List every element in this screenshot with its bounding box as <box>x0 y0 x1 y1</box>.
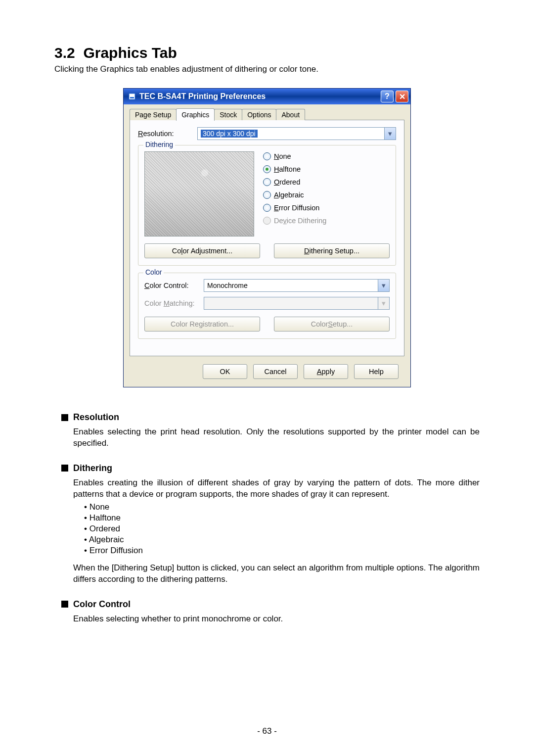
chevron-down-icon[interactable]: ▾ <box>378 279 390 292</box>
dithering-text: Enables creating the illusion of differe… <box>73 477 480 500</box>
dithering-bullet: • Error Diffusion <box>84 546 480 556</box>
svg-rect-0 <box>129 94 135 99</box>
square-bullet-icon <box>61 465 68 472</box>
tab-stock[interactable]: Stock <box>214 109 242 120</box>
resolution-select[interactable]: 300 dpi x 300 dpi ▾ <box>197 127 396 140</box>
section-intro: Clicking the Graphics tab enables adjust… <box>54 64 480 74</box>
svg-rect-1 <box>130 97 134 98</box>
dithering-heading: Dithering <box>61 463 480 473</box>
resolution-text: Enables selecting the print head resolut… <box>73 426 480 449</box>
dithering-radio-ordered[interactable]: Ordered <box>263 178 326 186</box>
window-title: TEC B-SA4T Printing Preferences <box>139 92 379 101</box>
dithering-preview-image <box>144 151 254 236</box>
help-button[interactable]: Help <box>354 364 399 379</box>
resolution-heading: Resolution <box>61 412 480 423</box>
dithering-radio-halftone[interactable]: Halftone <box>263 165 326 173</box>
graphics-tab-pane: Resolution: 300 dpi x 300 dpi ▾ Ditherin… <box>130 120 404 356</box>
dithering-bullet: • Halftone <box>84 513 480 523</box>
dithering-radio-none[interactable]: None <box>263 152 326 160</box>
cancel-button[interactable]: Cancel <box>253 364 298 379</box>
tab-about[interactable]: About <box>276 109 305 120</box>
resolution-label: Resolution: <box>138 130 197 138</box>
color-registration-button: Color Registration... <box>144 317 260 331</box>
titlebar-close-button[interactable]: ✕ <box>396 91 408 102</box>
dithering-legend: Dithering <box>143 141 175 148</box>
color-control-text: Enables selecting whether to print monoc… <box>73 614 480 625</box>
square-bullet-icon <box>61 601 68 608</box>
color-matching-select: ▾ <box>204 297 390 310</box>
color-control-label: Color Control: <box>144 282 204 289</box>
dithering-bullet: • Algebraic <box>84 535 480 545</box>
chevron-down-icon: ▾ <box>378 297 390 310</box>
tab-strip: Page Setup Graphics Stock Options About <box>130 107 404 120</box>
tab-graphics[interactable]: Graphics <box>176 108 215 121</box>
section-heading: 3.2 Graphics Tab <box>54 45 480 61</box>
apply-button[interactable]: Apply <box>304 364 348 379</box>
color-matching-label: Color Matching: <box>144 299 204 307</box>
titlebar[interactable]: TEC B-SA4T Printing Preferences ? ✕ <box>124 89 410 104</box>
page-number: - 63 - <box>0 726 534 736</box>
color-legend: Color <box>143 268 164 276</box>
color-adjustment-button[interactable]: Color Adjustment... <box>144 243 260 258</box>
dithering-radio-algebraic[interactable]: Algebraic <box>263 191 326 199</box>
dithering-bullet: • None <box>84 502 480 512</box>
color-group: Color Color Control: Monochrome ▾ <box>138 273 396 339</box>
dithering-setup-button[interactable]: Dithering Setup... <box>274 243 390 258</box>
dithering-bullet: • Ordered <box>84 524 480 534</box>
dialog-footer: OK Cancel Apply Help <box>130 356 404 379</box>
dithering-group: Dithering NoneHalftoneOrderedAlgebraicEr… <box>138 145 396 266</box>
tab-page-setup[interactable]: Page Setup <box>130 109 177 120</box>
square-bullet-icon <box>61 414 68 421</box>
app-icon <box>128 92 136 101</box>
printing-preferences-dialog: TEC B-SA4T Printing Preferences ? ✕ Page… <box>123 88 411 387</box>
dithering-text-2: When the [Dithering Setup] button is cli… <box>73 563 480 585</box>
titlebar-help-button[interactable]: ? <box>381 91 394 102</box>
color-control-heading: Color Control <box>61 599 480 610</box>
color-setup-button: Color Setup... <box>274 317 390 331</box>
dithering-radio-device-dithering: Device Dithering <box>263 217 326 225</box>
color-control-select[interactable]: Monochrome ▾ <box>204 279 390 292</box>
chevron-down-icon[interactable]: ▾ <box>385 127 396 140</box>
dithering-radio-error-diffusion[interactable]: Error Diffusion <box>263 204 326 212</box>
ok-button[interactable]: OK <box>203 364 247 379</box>
tab-options[interactable]: Options <box>242 109 276 120</box>
